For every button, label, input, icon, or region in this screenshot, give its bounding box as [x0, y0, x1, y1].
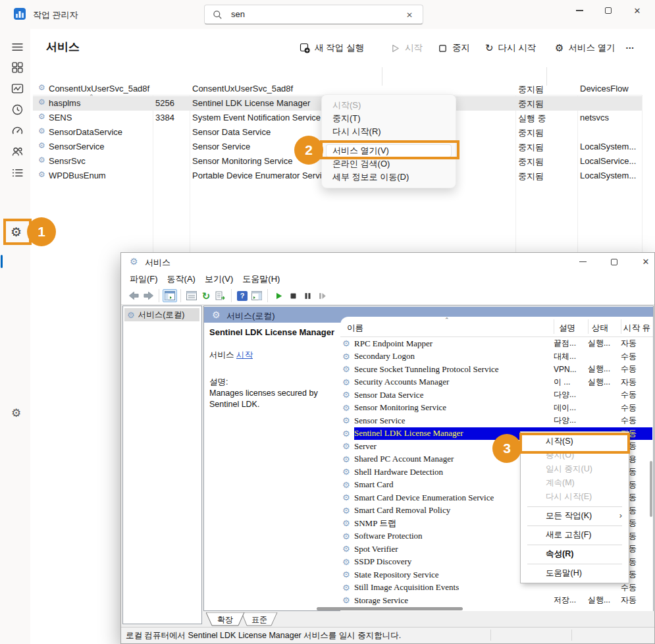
- column-header-desc[interactable]: 설명: [559, 323, 575, 334]
- service-gear-icon: ⚙: [340, 493, 354, 502]
- service-row[interactable]: ⚙ Secondary Logon 대체... 수동: [340, 350, 652, 363]
- menu-item[interactable]: 파일(F): [130, 273, 158, 285]
- cell-name: Still Image Acquisition Events: [354, 582, 554, 593]
- resume-service-icon[interactable]: [315, 289, 329, 302]
- column-header-status[interactable]: 상태: [592, 323, 608, 334]
- service-gear-icon: ⚙: [340, 570, 354, 579]
- services-titlebar: ⚙ 서비스 ✕: [121, 253, 654, 271]
- service-row[interactable]: ⚙ Security Accounts Manager 이 ... 실행... …: [340, 376, 652, 389]
- context-menu-item[interactable]: 계속(M) ›: [521, 476, 629, 490]
- sidebar-item-details-icon[interactable]: [11, 167, 24, 180]
- context-menu-item[interactable]: 일시 중지(U) ›: [521, 462, 629, 476]
- tab-extended[interactable]: 확장: [217, 615, 233, 624]
- help-icon[interactable]: ?: [235, 289, 249, 302]
- service-gear-icon: ⚙: [38, 155, 45, 165]
- tree-item-services-local[interactable]: ⚙ 서비스(로컬): [124, 308, 199, 321]
- context-menu-item[interactable]: 온라인 검색(O): [326, 157, 452, 171]
- context-menu-item[interactable]: 세부 정보로 이동(D): [326, 171, 452, 184]
- column-divider[interactable]: [621, 319, 621, 334]
- context-menu-item[interactable]: ›: [527, 564, 622, 564]
- show-action-pane-icon[interactable]: [249, 289, 264, 302]
- context-menu-item[interactable]: 시작(S): [326, 99, 452, 112]
- stop-button[interactable]: 중지: [438, 40, 470, 57]
- more-options-button[interactable]: …: [625, 37, 635, 54]
- column-divider[interactable]: [588, 319, 589, 334]
- sort-ascending-icon: ⌃: [444, 317, 450, 323]
- service-gear-icon: ⚙: [340, 416, 354, 425]
- start-button[interactable]: 시작: [390, 40, 423, 57]
- service-row[interactable]: ⚙ Sensor Data Service 다양... 수동: [340, 389, 652, 402]
- sidebar-item-app-history-icon[interactable]: [11, 103, 24, 117]
- vertical-scrollbar[interactable]: [650, 461, 652, 517]
- show-console-tree-icon[interactable]: [163, 289, 177, 302]
- service-gear-icon: ⚙: [340, 364, 354, 374]
- menu-item[interactable]: 동작(A): [167, 273, 196, 285]
- pane-header-title: 서비스(로컬): [226, 310, 275, 322]
- service-row[interactable]: ⚙ Secure Socket Tunneling Protocol Servi…: [340, 363, 652, 376]
- new-task-button[interactable]: 새 작업 실행: [300, 40, 364, 57]
- services-gear-icon: ⚙: [130, 256, 138, 267]
- menu-item[interactable]: 보기(V): [205, 273, 233, 285]
- toolbar-separator: [267, 289, 268, 302]
- service-row[interactable]: ⚙ Storage Service 저장... 실행... 자동: [340, 594, 652, 607]
- toolbar-separator: [180, 289, 181, 302]
- sidebar-item-startup-apps-icon[interactable]: [11, 124, 24, 138]
- restart-icon: ↺: [485, 42, 494, 54]
- search-input[interactable]: sen ✕: [204, 5, 423, 24]
- menu-item[interactable]: 도움말(H): [242, 273, 280, 285]
- context-menu-item[interactable]: 도움말(H) ›: [521, 566, 629, 580]
- refresh-icon[interactable]: ↻: [199, 289, 213, 302]
- horizontal-scrollbar[interactable]: [317, 607, 463, 610]
- services-menubar: 파일(F) 동작(A) 보기(V) 도움말(H): [121, 271, 654, 287]
- tab-standard[interactable]: 표준: [251, 615, 267, 624]
- status-bar-divider: [571, 630, 572, 641]
- cell-name: Secure Socket Tunneling Protocol Service: [354, 364, 554, 375]
- context-menu-item[interactable]: 다시 시작(E) ›: [521, 490, 629, 504]
- context-menu-item[interactable]: ›: [527, 506, 622, 507]
- service-row[interactable]: ⚙ RPC Endpoint Mapper 끝점... 실행... 자동: [340, 337, 652, 350]
- back-icon[interactable]: [126, 289, 141, 302]
- settings-gear-icon[interactable]: ⚙: [11, 407, 24, 420]
- context-menu-item[interactable]: 중지(T): [326, 112, 452, 125]
- open-services-button[interactable]: ⚙ 서비스 열기: [555, 40, 616, 57]
- cell-startup: 수동: [621, 351, 650, 362]
- column-header-name[interactable]: 이름: [347, 323, 363, 334]
- context-menu-item[interactable]: ›: [527, 545, 622, 545]
- start-service-icon[interactable]: [271, 289, 286, 302]
- minimize-button[interactable]: [567, 253, 598, 271]
- forward-icon[interactable]: [141, 289, 155, 302]
- start-service-link[interactable]: 시작: [236, 350, 253, 360]
- context-menu-item[interactable]: 새로 고침(F) ›: [521, 528, 629, 542]
- menu-icon[interactable]: [11, 41, 24, 54]
- cell-startup: 자동: [621, 595, 650, 606]
- context-menu-item[interactable]: 모든 작업(K) ›: [521, 509, 629, 523]
- cell-name: Secondary Logon: [354, 351, 554, 362]
- cell-desc: 대체...: [554, 351, 588, 362]
- service-row[interactable]: ⚙ Sensor Monitoring Service 데이... 수동: [340, 402, 652, 415]
- service-gear-icon: ⚙: [340, 403, 354, 413]
- search-clear-icon[interactable]: ✕: [403, 9, 416, 22]
- cell-status: 중지됨: [518, 84, 577, 95]
- service-gear-icon: ⚙: [340, 429, 354, 439]
- sidebar-item-performance-icon[interactable]: [11, 82, 24, 95]
- context-menu-item[interactable]: 다시 시작(R): [326, 125, 452, 138]
- context-menu-item[interactable]: 속성(R) ›: [521, 547, 629, 561]
- minimize-button[interactable]: [565, 0, 594, 21]
- maximize-button[interactable]: [599, 253, 629, 271]
- properties-icon[interactable]: [184, 289, 199, 302]
- column-divider[interactable]: [554, 319, 554, 334]
- restart-button[interactable]: ↺ 다시 시작: [485, 40, 536, 57]
- column-header-startup[interactable]: 시작 유형: [623, 323, 651, 334]
- stop-service-icon[interactable]: [286, 289, 300, 302]
- close-button[interactable]: ✕: [623, 0, 652, 21]
- sidebar-item-users-icon[interactable]: [11, 146, 24, 159]
- maximize-button[interactable]: [594, 0, 623, 21]
- export-list-icon[interactable]: [213, 289, 228, 302]
- cell-group: LocalSystem...: [580, 171, 641, 180]
- cell-name: SensorDataService: [49, 127, 154, 137]
- service-row[interactable]: ⚙ Sensor Service 다양... 수동: [340, 414, 652, 427]
- close-button[interactable]: ✕: [631, 253, 655, 271]
- pause-service-icon[interactable]: [300, 289, 315, 302]
- sidebar-item-processes-icon[interactable]: [11, 61, 24, 74]
- context-menu-item[interactable]: ›: [527, 525, 622, 526]
